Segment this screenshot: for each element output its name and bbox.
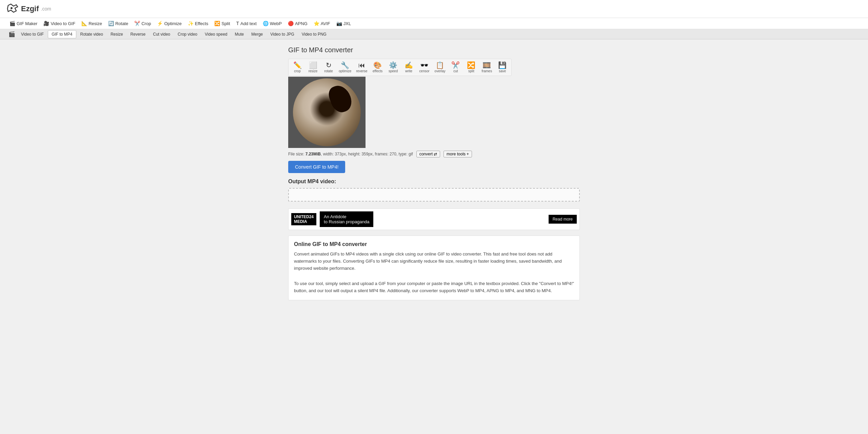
tool-save[interactable]: 💾save — [495, 60, 510, 74]
file-info: File size: 7.23MiB, width: 373px, height… — [288, 151, 580, 157]
tool-reverse[interactable]: ⏮reverse — [354, 60, 369, 74]
width-label: width: — [323, 152, 334, 156]
tool-cut[interactable]: ✂️cut — [448, 60, 463, 74]
type-label: type: — [399, 152, 408, 156]
tool-effects[interactable]: 🎨effects — [370, 60, 385, 74]
overlay-tool-icon: 📋 — [436, 62, 444, 69]
tool-split[interactable]: 🔀split — [464, 60, 479, 74]
gif-preview — [288, 77, 366, 148]
nav-item-video-to-gif[interactable]: 🎥Video to GIF — [41, 19, 78, 27]
logo-text: Ezgif — [21, 4, 39, 13]
crop-tool-label: crop — [294, 69, 300, 73]
write-tool-label: write — [405, 69, 412, 73]
tool-write[interactable]: ✍️write — [401, 60, 416, 74]
frames-label: frames: — [375, 152, 389, 156]
sub-nav-item-video-to-png[interactable]: Video to PNG — [298, 31, 330, 38]
nav-item-optimize[interactable]: ⚡Optimize — [154, 19, 184, 27]
speed-tool-label: speed — [389, 69, 398, 73]
convert-gif-to-mp4-button[interactable]: Convert GIF to MP4! — [288, 161, 345, 173]
sub-nav-item-mute[interactable]: Mute — [232, 31, 248, 38]
nav-item-jxl[interactable]: 📷JXL — [334, 19, 354, 27]
webp-nav-icon: 🌐 — [263, 21, 269, 26]
save-tool-label: save — [499, 69, 506, 73]
tool-speed[interactable]: ⚙️speed — [386, 60, 401, 74]
sub-nav-item-video-speed[interactable]: Video speed — [201, 31, 231, 38]
split-nav-icon: 🔀 — [214, 21, 220, 26]
crop-tool-icon: ✏️ — [293, 62, 302, 69]
tool-frames[interactable]: 🎞️frames — [479, 60, 494, 74]
more-tools-icon: + — [467, 152, 469, 156]
convert-inline-button[interactable]: convert ⇄ — [416, 151, 440, 157]
split-tool-icon: 🔀 — [467, 62, 475, 69]
sub-nav-item-cut-video[interactable]: Cut video — [150, 31, 174, 38]
nav-item-split[interactable]: 🔀Split — [212, 19, 233, 27]
sub-nav-item-video-to-jpg[interactable]: Video to JPG — [267, 31, 298, 38]
description-title: Online GIF to MP4 converter — [294, 241, 574, 247]
nav-item-effects[interactable]: ✨Effects — [185, 19, 211, 27]
toolbar: ✏️crop⬜resize↻rotate🔧optimize⏮reverse🎨ef… — [288, 59, 512, 76]
sub-nav-item-reverse[interactable]: Reverse — [127, 31, 149, 38]
file-size-value: 7.23MiB — [305, 152, 321, 156]
sub-nav-item-resize[interactable]: Resize — [107, 31, 126, 38]
tool-resize[interactable]: ⬜resize — [305, 60, 320, 74]
type-value: gif — [409, 152, 413, 156]
nav-item-avif[interactable]: ⭐AVIF — [311, 19, 333, 27]
effects-tool-icon: 🎨 — [373, 62, 382, 69]
tool-optimize[interactable]: 🔧optimize — [337, 60, 353, 74]
effects-nav-label: Effects — [195, 21, 209, 26]
nav-item-rotate[interactable]: 🔄Rotate — [105, 19, 131, 27]
gif-image — [293, 78, 361, 146]
avif-nav-label: AVIF — [321, 21, 330, 26]
ad-read-more-label: Read more — [553, 217, 573, 222]
video-to-gif-nav-label: Video to GIF — [51, 21, 75, 26]
gif-maker-nav-label: GIF Maker — [17, 21, 37, 26]
overlay-tool-label: overlay — [435, 69, 446, 73]
effects-nav-icon: ✨ — [188, 21, 194, 26]
jxl-nav-icon: 📷 — [336, 21, 342, 26]
sub-nav-item-video-to-gif[interactable]: Video to GIF — [18, 31, 47, 38]
logo[interactable]: Ezgif.com — [7, 3, 51, 15]
jxl-nav-label: JXL — [343, 21, 351, 26]
sub-nav: 🎬 Video to GIFGIF to MP4Rotate videoResi… — [0, 29, 868, 39]
content: GIF to MP4 converter ✏️crop⬜resize↻rotat… — [281, 39, 587, 307]
sub-nav-item-gif-to-mp4[interactable]: GIF to MP4 — [48, 30, 76, 38]
file-size-label: File size: — [288, 152, 304, 156]
more-tools-label: more tools — [447, 152, 466, 156]
tool-crop[interactable]: ✏️crop — [290, 60, 305, 74]
more-tools-button[interactable]: more tools + — [443, 151, 472, 157]
sub-nav-item-merge[interactable]: Merge — [248, 31, 266, 38]
ad-text: An Antidote to Russian propaganda — [320, 211, 373, 227]
write-tool-icon: ✍️ — [405, 62, 413, 69]
ad-logo: UNITED24 MEDIA — [291, 213, 316, 225]
svg-point-0 — [11, 7, 13, 9]
reverse-tool-label: reverse — [356, 69, 367, 73]
tool-overlay[interactable]: 📋overlay — [433, 60, 448, 74]
ad-logo-text: UNITED24 MEDIA — [294, 214, 314, 224]
width-value: 373px — [335, 152, 346, 156]
sub-nav-item-rotate-video[interactable]: Rotate video — [77, 31, 106, 38]
logo-icon — [7, 3, 19, 15]
censor-tool-label: censor — [419, 69, 430, 73]
nav-item-crop[interactable]: ✂️Crop — [132, 19, 154, 27]
effects-tool-label: effects — [373, 69, 382, 73]
sub-nav-item-crop-video[interactable]: Crop video — [174, 31, 201, 38]
nav-item-gif-maker[interactable]: 🎬GIF Maker — [7, 19, 40, 27]
frames-value: 270 — [390, 152, 396, 156]
crop-nav-label: Crop — [141, 21, 151, 26]
nav-item-webp[interactable]: 🌐WebP — [260, 19, 284, 27]
ad-message: An Antidote to Russian propaganda — [324, 214, 369, 224]
tool-rotate[interactable]: ↻rotate — [321, 60, 336, 74]
tool-censor[interactable]: 🕶️censor — [417, 60, 432, 74]
description-para2: To use our tool, simply select and uploa… — [294, 280, 574, 295]
cut-tool-label: cut — [453, 69, 458, 73]
frames-tool-label: frames — [482, 69, 492, 73]
film-icon: 🎬 — [7, 30, 17, 38]
nav-item-apng[interactable]: 🔴APNG — [285, 19, 310, 27]
ad-read-more-button[interactable]: Read more — [549, 215, 577, 224]
page-title: GIF to MP4 converter — [288, 46, 580, 54]
nav-item-resize[interactable]: 📐Resize — [79, 19, 105, 27]
video-to-gif-nav-icon: 🎥 — [43, 21, 49, 26]
rotate-tool-label: rotate — [324, 69, 333, 73]
nav-item-add-text[interactable]: TAdd text — [234, 19, 259, 27]
censor-tool-icon: 🕶️ — [420, 62, 429, 69]
